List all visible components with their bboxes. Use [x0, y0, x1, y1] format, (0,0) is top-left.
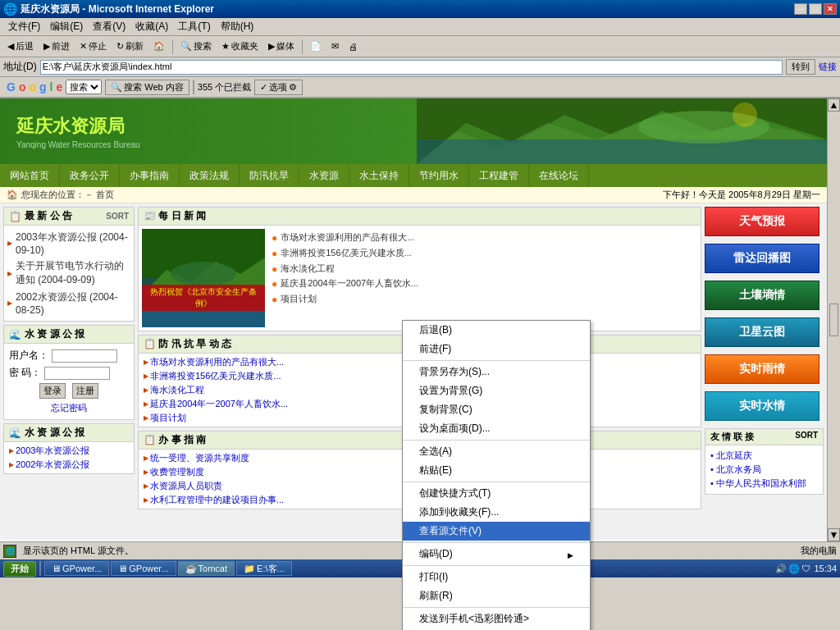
ctx-desktop[interactable]: 设为桌面项(D)...: [403, 419, 590, 438]
nav-policy[interactable]: 政策法规: [180, 164, 240, 187]
task-0[interactable]: 🖥GPower...: [44, 561, 109, 576]
nav-engineering[interactable]: 工程建管: [469, 164, 529, 187]
ctx-sep-4: [403, 542, 590, 543]
google-options[interactable]: ✓ 选项 ⚙: [254, 80, 303, 95]
google-bar: G o o g l e 搜索 🔍 搜索 Web 内容 355 个已拦截 ✓ 选项…: [0, 77, 840, 98]
ctx-sep-6: [403, 607, 590, 608]
nav-flood[interactable]: 防汛抗旱: [240, 164, 299, 187]
stop-button[interactable]: ✕ 停止: [75, 38, 111, 55]
ctx-sep-2: [403, 440, 590, 441]
ctx-send-phone[interactable]: 发送到手机<迅彩图铃通>: [403, 609, 590, 628]
ctx-forward[interactable]: 前进(F): [403, 340, 590, 358]
nav-gov[interactable]: 政务公开: [60, 164, 120, 187]
history-button[interactable]: 📄: [306, 39, 326, 54]
window-controls: ─ □ ✕: [794, 3, 837, 15]
go-button[interactable]: 转到: [786, 59, 815, 75]
ctx-sep-1: [403, 360, 590, 361]
water-button[interactable]: 实时水情: [705, 391, 819, 421]
start-button[interactable]: 开始: [3, 561, 36, 577]
menu-view[interactable]: 查看(V): [88, 18, 130, 35]
rain-button[interactable]: 实时雨情: [705, 354, 819, 384]
latest-notice-header: 📋最 新 公 告 SORT: [4, 208, 134, 226]
tray-icon-0: 🔊: [775, 564, 787, 574]
register-button[interactable]: 注册: [72, 383, 98, 399]
notice-item-0[interactable]: 2003年水资源公报 (2004-09-10): [7, 229, 130, 258]
ctx-back[interactable]: 后退(B): [403, 321, 590, 340]
address-bar: 地址(D) 转到 链接: [0, 57, 840, 77]
menu-favorites[interactable]: 收藏(A): [130, 18, 173, 35]
media-button[interactable]: ▶ 媒体: [264, 38, 299, 55]
status-icon: 🌐: [3, 545, 16, 558]
favorites-button[interactable]: ★ 收藏夹: [217, 38, 262, 55]
task-tomcat[interactable]: ☕Tomcat: [178, 561, 235, 576]
ctx-refresh[interactable]: 刷新(R): [403, 587, 590, 605]
nav-water[interactable]: 水资源: [299, 164, 349, 187]
task-3[interactable]: 📁E:\客...: [236, 561, 292, 576]
address-label: 地址(D): [3, 60, 37, 74]
ctx-paste[interactable]: 粘贴(E): [403, 461, 590, 480]
password-input[interactable]: [44, 367, 110, 380]
close-button[interactable]: ✕: [824, 3, 837, 15]
refresh-button[interactable]: ↻ 刷新: [112, 38, 148, 55]
ctx-save-bg[interactable]: 背景另存为(S)...: [403, 363, 590, 381]
menu-help[interactable]: 帮助(H): [216, 18, 259, 35]
radar-button[interactable]: 雷达回播图: [705, 244, 819, 273]
ctx-copy-bg[interactable]: 复制背景(C): [403, 400, 590, 419]
nav-soil[interactable]: 水土保持: [349, 164, 409, 187]
username-label: 用户名：: [9, 349, 48, 363]
soil-button[interactable]: 土壤墒情: [705, 281, 819, 310]
google-dropdown[interactable]: 搜索: [66, 80, 102, 94]
minimize-button[interactable]: ─: [794, 3, 807, 15]
friend-1[interactable]: 北京水务局: [710, 463, 818, 477]
menu-tools[interactable]: 工具(T): [173, 18, 215, 35]
task-1[interactable]: 🖥GPower...: [111, 561, 176, 576]
water-report-login-content: 用户名： 密 码： 登录 注册 忘记密码: [4, 344, 134, 419]
menu-file[interactable]: 文件(F): [3, 18, 45, 35]
nav-save[interactable]: 节约用水: [409, 164, 469, 187]
ctx-select-all[interactable]: 全选(A): [403, 442, 590, 461]
forward-button[interactable]: ▶ 前进: [39, 38, 74, 55]
menu-edit[interactable]: 编辑(E): [45, 18, 88, 35]
report-2002-link[interactable]: 2002年水资源公报: [9, 458, 129, 472]
news-3[interactable]: 延庆县2004年一2007年人畜饮水...: [281, 277, 418, 290]
maximize-button[interactable]: □: [809, 3, 822, 15]
search-button[interactable]: 🔍 搜索: [176, 38, 216, 55]
print-button[interactable]: 🖨: [345, 39, 362, 54]
home-button[interactable]: 🏠: [149, 39, 169, 54]
google-search-button[interactable]: 🔍 搜索 Web 内容: [105, 80, 189, 95]
ctx-set-bg[interactable]: 设置为背景(G): [403, 381, 590, 400]
news-4[interactable]: 项目计划: [281, 293, 317, 305]
news-0[interactable]: 市场对水资源利用的产品有很大...: [281, 231, 414, 244]
links-label[interactable]: 链接: [819, 61, 837, 73]
water-report-login-header: 🌊水 资 源 公 报: [4, 326, 134, 344]
ctx-print[interactable]: 打印(I): [403, 568, 590, 587]
address-input[interactable]: [40, 60, 783, 75]
water-report-links-header: 🌊水 资 源 公 报: [4, 424, 134, 442]
report-2003-link[interactable]: 2003年水资源公报: [9, 444, 129, 458]
friend-0[interactable]: 北京延庆: [710, 449, 818, 463]
username-input[interactable]: [52, 349, 117, 363]
site-header: 延庆水资源局 Yanqing Water Resources Bureau: [0, 98, 827, 164]
nav-services[interactable]: 办事指南: [120, 164, 180, 187]
ctx-encoding[interactable]: 编码(D): [403, 545, 590, 564]
friend-2[interactable]: 中华人民共和国水利部: [710, 477, 818, 491]
back-button[interactable]: ◀ 后退: [3, 38, 38, 55]
weather-button[interactable]: 天气预报: [705, 207, 819, 236]
ctx-shortcut[interactable]: 创建快捷方式(T): [403, 484, 590, 503]
status-message: 显示该页的 HTML 源文件。: [23, 545, 134, 557]
nav-home[interactable]: 网站首页: [0, 164, 60, 187]
mail-button[interactable]: ✉: [327, 39, 343, 54]
satellite-button[interactable]: 卫星云图: [705, 317, 819, 347]
news-1[interactable]: 非洲将投资156亿美元兴建水质...: [281, 247, 412, 259]
center-row: 热烈祝贺《北京市安全生产条例》 ●市场对水资源利用的产品有很大... ●非洲将投…: [139, 226, 701, 331]
ctx-add-fav[interactable]: 添加到收藏夹(F)...: [403, 503, 590, 522]
notice-item-1[interactable]: 关于开展节电节水行动的通知 (2004-09-09): [7, 258, 130, 289]
notice-item-2[interactable]: 2002水资源公报 (2004-08-25): [7, 289, 130, 317]
ctx-view-source[interactable]: 查看源文件(V): [403, 522, 590, 541]
scrollbar[interactable]: ▲ ▼: [827, 98, 840, 541]
nav-forum[interactable]: 在线论坛: [529, 164, 589, 187]
forgot-password-link[interactable]: 忘记密码: [51, 403, 87, 413]
taskbar-right: 🔊 🌐 🛡 15:34: [775, 564, 837, 574]
news-2[interactable]: 海水淡化工程: [281, 262, 335, 275]
login-button[interactable]: 登录: [39, 383, 66, 399]
